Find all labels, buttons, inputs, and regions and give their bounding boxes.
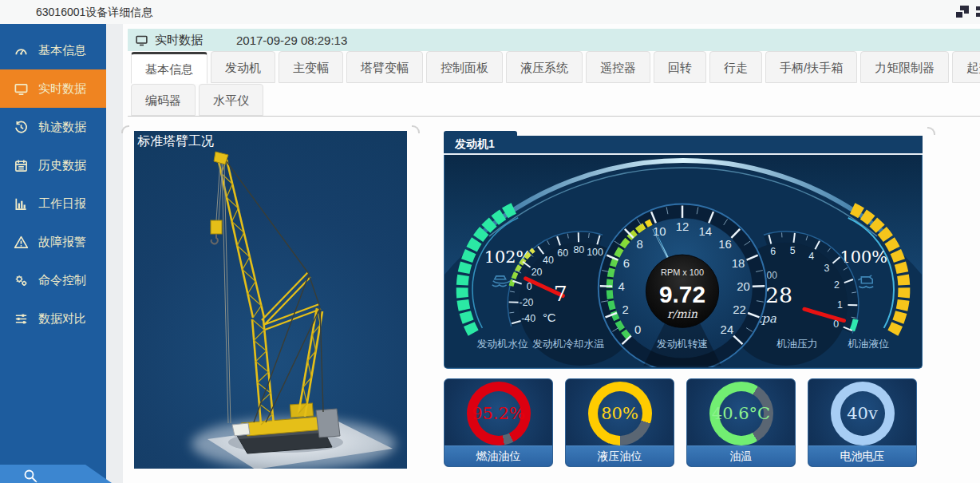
ring-value: 95.2% bbox=[467, 382, 531, 445]
tab-travel[interactable]: 行走 bbox=[709, 51, 762, 83]
stat-card-label: 液压油位 bbox=[566, 445, 674, 466]
svg-text:4: 4 bbox=[808, 251, 814, 262]
breadcrumb: 实时数据 2017-09-29 08:29:13 bbox=[128, 29, 980, 51]
sidebar-item-command-control[interactable]: 命令控制 bbox=[0, 261, 106, 299]
tab-bar: 基本信息发动机主变幅塔臂变幅控制面板液压系统遥控器回转行走手柄/扶手箱力矩限制器… bbox=[128, 51, 980, 117]
stat-card-hydraulic-oil-level: 80%液压油位 bbox=[565, 378, 674, 467]
engine-panel: 发动机1 102%100%-40-200204060801007°C发动机冷却水… bbox=[444, 131, 923, 369]
sidebar-menu: 基本信息实时数据轨迹数据历史数据工作日报故障报警命令控制数据对比 bbox=[0, 24, 106, 338]
svg-text:1: 1 bbox=[837, 299, 843, 311]
svg-text:16: 16 bbox=[718, 238, 732, 251]
tab-torque-limiter[interactable]: 力矩限制器 bbox=[860, 51, 949, 83]
svg-text:发动机水位: 发动机水位 bbox=[476, 338, 528, 350]
sidebar-item-label: 实时数据 bbox=[38, 81, 86, 97]
svg-text:0: 0 bbox=[634, 323, 641, 336]
sliders-icon bbox=[14, 311, 29, 327]
ring-value: 40v bbox=[831, 382, 895, 445]
sidebar-item-work-report[interactable]: 工作日报 bbox=[0, 184, 106, 223]
sidebar-item-track-data[interactable]: 轨迹数据 bbox=[0, 108, 106, 146]
decorative-corner bbox=[927, 127, 935, 135]
svg-text:9.72: 9.72 bbox=[659, 281, 705, 307]
svg-text:20: 20 bbox=[737, 280, 750, 293]
tab-main-luffing[interactable]: 主变幅 bbox=[279, 51, 343, 83]
zoom-tool-button[interactable] bbox=[0, 465, 112, 483]
tab-engine[interactable]: 发动机 bbox=[211, 51, 275, 83]
svg-text:12: 12 bbox=[676, 220, 690, 233]
sidebar-item-label: 基本信息 bbox=[38, 43, 86, 58]
crane-panel-title: 标准塔臂工况 bbox=[137, 133, 214, 150]
sidebar-item-label: 命令控制 bbox=[38, 273, 86, 288]
svg-text:24: 24 bbox=[721, 323, 734, 336]
sidebar-item-data-compare[interactable]: 数据对比 bbox=[0, 299, 106, 338]
crane-view-panel: 标准塔臂工况 bbox=[134, 131, 407, 469]
svg-text:RPM x 100: RPM x 100 bbox=[661, 267, 704, 277]
tab-basic-info[interactable]: 基本信息 bbox=[131, 52, 207, 84]
monitor-icon bbox=[14, 81, 29, 97]
tab-slewing[interactable]: 回转 bbox=[654, 51, 706, 83]
window-titlebar: 63016001设备详细信息 bbox=[0, 0, 980, 24]
sidebar-item-fault-alarm[interactable]: 故障报警 bbox=[0, 223, 106, 261]
svg-text:6: 6 bbox=[623, 257, 630, 270]
svg-text:r/min: r/min bbox=[667, 307, 697, 320]
stat-card-fuel-level: 95.2%燃油油位 bbox=[444, 378, 553, 467]
sidebar-item-history-data[interactable]: 历史数据 bbox=[0, 146, 106, 184]
tab-row-2: 编码器水平仪 bbox=[131, 84, 980, 116]
sidebar-item-realtime-data[interactable]: 实时数据 bbox=[0, 69, 106, 108]
main-content: 实时数据 2017-09-29 08:29:13 基本信息发动机主变幅塔臂变幅控… bbox=[123, 24, 980, 483]
sidebar-item-label: 历史数据 bbox=[38, 158, 86, 173]
sidebar-item-basic-info[interactable]: 基本信息 bbox=[0, 31, 106, 69]
monitor-icon bbox=[135, 34, 148, 47]
bar-chart-icon bbox=[14, 196, 29, 212]
stat-card-battery-voltage: 40v电池电压 bbox=[808, 378, 917, 467]
tab-tower-luffing[interactable]: 塔臂变幅 bbox=[346, 51, 423, 83]
breadcrumb-timestamp: 2017-09-29 08:29:13 bbox=[236, 34, 347, 47]
engine-panel-header: 发动机1 bbox=[444, 131, 923, 155]
svg-text:发动机冷却水温: 发动机冷却水温 bbox=[532, 338, 604, 350]
tab-remote-control[interactable]: 遥控器 bbox=[586, 51, 650, 83]
right-column: 发动机1 102%100%-40-200204060801007°C发动机冷却水… bbox=[444, 131, 923, 469]
dashboard-icon bbox=[14, 43, 29, 58]
svg-text:5: 5 bbox=[790, 245, 796, 256]
tab-hoist-1[interactable]: 起升1 bbox=[952, 51, 980, 83]
window-title: 63016001设备详细信息 bbox=[36, 0, 152, 24]
engine-gauge-cluster: 102%100%-40-200204060801007°C发动机冷却水温0123… bbox=[445, 155, 922, 367]
sidebar-item-label: 故障报警 bbox=[38, 235, 86, 250]
progress-ring: 95.2% bbox=[467, 382, 531, 445]
svg-text:8: 8 bbox=[636, 238, 642, 251]
svg-text:60: 60 bbox=[557, 247, 568, 259]
stat-cards-row: 95.2%燃油油位80%液压油位40.6°C油温40v电池电压 bbox=[444, 378, 923, 467]
svg-text:机油压力: 机油压力 bbox=[776, 338, 818, 350]
svg-text:14: 14 bbox=[699, 225, 713, 238]
tab-encoder[interactable]: 编码器 bbox=[131, 84, 196, 116]
tab-handle-armrest[interactable]: 手柄/扶手箱 bbox=[765, 51, 857, 83]
stat-card-oil-temperature: 40.6°C油温 bbox=[686, 378, 796, 467]
tab-hydraulic-system[interactable]: 液压系统 bbox=[506, 51, 583, 83]
svg-text:20: 20 bbox=[531, 267, 543, 278]
crane-illustration bbox=[134, 131, 407, 469]
ring-value: 80% bbox=[588, 382, 652, 445]
svg-text:10: 10 bbox=[653, 225, 666, 238]
svg-text:7: 7 bbox=[554, 281, 567, 306]
progress-ring: 40.6°C bbox=[709, 382, 773, 445]
breadcrumb-label: 实时数据 bbox=[155, 33, 203, 48]
sidebar: 基本信息实时数据轨迹数据历史数据工作日报故障报警命令控制数据对比 bbox=[0, 24, 106, 483]
stat-card-label: 电池电压 bbox=[808, 445, 916, 466]
decorative-corner bbox=[121, 125, 129, 133]
svg-text:3: 3 bbox=[824, 263, 830, 274]
svg-text:22: 22 bbox=[733, 303, 746, 316]
svg-text:2: 2 bbox=[834, 279, 840, 291]
sidebar-gutter bbox=[106, 24, 123, 483]
svg-text:发动机转速: 发动机转速 bbox=[657, 338, 708, 350]
decorative-corner bbox=[412, 125, 420, 133]
tab-row-1: 基本信息发动机主变幅塔臂变幅控制面板液压系统遥控器回转行走手柄/扶手箱力矩限制器… bbox=[131, 51, 980, 83]
engine-gauges-body: 102%100%-40-200204060801007°C发动机冷却水温0123… bbox=[444, 155, 923, 369]
progress-ring: 40v bbox=[831, 382, 895, 445]
warning-icon bbox=[14, 235, 29, 250]
tab-level-gauge[interactable]: 水平仪 bbox=[199, 84, 263, 116]
svg-text:-40: -40 bbox=[521, 313, 535, 324]
ring-value: 40.6°C bbox=[709, 382, 773, 445]
restore-window-icon[interactable] bbox=[954, 6, 969, 19]
tab-control-panel[interactable]: 控制面板 bbox=[426, 51, 503, 83]
progress-ring: 80% bbox=[588, 382, 652, 445]
clipped-edge-icon[interactable] bbox=[976, 6, 980, 19]
